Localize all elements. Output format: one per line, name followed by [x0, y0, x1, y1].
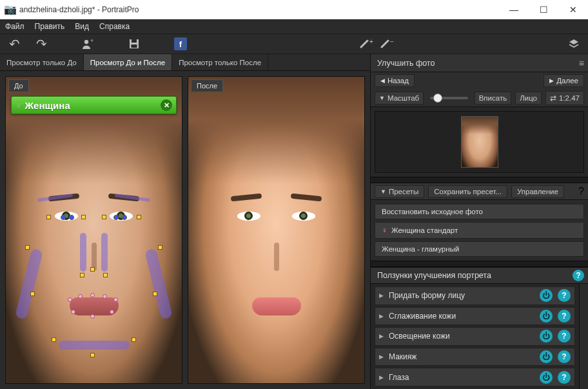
minimize-button[interactable]: —	[499, 0, 529, 19]
swap-icon: ⇄	[550, 94, 556, 103]
toolbar: ↶ ↷ + f + −	[0, 34, 588, 54]
help-icon[interactable]: ?	[558, 310, 571, 323]
gender-tag[interactable]: ♀ Женщина ✕	[11, 96, 177, 114]
zoom-slider-knob[interactable]	[433, 94, 442, 103]
expand-icon[interactable]: ▶	[379, 313, 384, 319]
maximize-button[interactable]: ☐	[529, 0, 558, 19]
slider-makeup[interactable]: ▶ Макияж ⏻ ?	[375, 348, 575, 366]
preset-label: Женщина - гламурный	[382, 245, 459, 253]
tab-before-after[interactable]: Просмотр До и После	[84, 54, 172, 70]
slider-eyes[interactable]: ▶ Глаза ⏻ ?	[375, 368, 575, 386]
layers-button[interactable]	[566, 36, 582, 52]
brush-add-button[interactable]: +	[359, 36, 375, 52]
slider-skin-smoothing[interactable]: ▶ Сглаживание кожи ⏻ ?	[375, 307, 575, 326]
redo-button[interactable]: ↷	[34, 36, 49, 52]
back-label: Назад	[387, 77, 409, 85]
female-icon: ♀	[15, 100, 23, 110]
preset-female-glamour[interactable]: Женщина - гламурный	[375, 241, 584, 257]
expand-icon[interactable]: ▶	[379, 374, 384, 381]
slider-label: Глаза	[389, 373, 534, 382]
sliders-section-header: Ползунки улучшения портрета ?	[371, 267, 588, 284]
back-button[interactable]: ◀ Назад	[375, 74, 415, 87]
preset-list: Восстановить исходное фото ♀ Женщина ста…	[371, 200, 588, 261]
gender-tag-close[interactable]: ✕	[161, 99, 172, 111]
menu-file[interactable]: Файл	[5, 22, 24, 31]
help-icon[interactable]: ?	[558, 350, 571, 363]
separator	[371, 261, 588, 267]
brush-remove-button[interactable]: −	[380, 36, 395, 52]
separator	[371, 177, 588, 183]
power-toggle[interactable]: ⏻	[540, 310, 553, 323]
zoom-row: ▼ Масштаб Вписать Лицо ⇄ 1:2.47	[371, 89, 588, 107]
presets-dropdown[interactable]: ▼ Пресеты	[375, 185, 424, 198]
tri-left-icon: ◀	[380, 77, 385, 84]
zoom-face-button[interactable]: Лицо	[515, 92, 542, 105]
svg-point-0	[84, 40, 88, 44]
slider-label: Придать форму лицу	[389, 291, 534, 300]
before-pane[interactable]: До ♀ Женщина ✕	[5, 76, 182, 384]
expand-icon[interactable]: ▶	[379, 354, 384, 360]
menu-edit[interactable]: Править	[35, 22, 65, 31]
tab-after-only[interactable]: Просмотр только После	[172, 54, 268, 70]
zoom-label: Масштаб	[387, 94, 419, 102]
save-button[interactable]	[126, 36, 142, 52]
face-thumbnail[interactable]	[461, 116, 498, 168]
slider-label: Сглаживание кожи	[389, 312, 534, 321]
controls-column: Улучшить фото ≡ ◀ Назад ▶ Далее ▼ Масшта…	[370, 54, 588, 389]
manage-presets-button[interactable]: Управление	[511, 185, 564, 198]
menu-view[interactable]: Вид	[75, 22, 89, 31]
add-person-button[interactable]: +	[80, 36, 95, 52]
power-toggle[interactable]: ⏻	[540, 350, 553, 363]
facebook-button[interactable]: f	[173, 36, 188, 52]
gender-tag-label: Женщина	[25, 100, 161, 111]
scrollbar[interactable]	[579, 284, 588, 389]
presets-help-icon[interactable]: ?	[578, 186, 584, 197]
sliders-help-icon[interactable]: ?	[573, 270, 584, 281]
preset-label: Женщина стандарт	[391, 226, 458, 234]
after-pane[interactable]: После	[188, 76, 365, 384]
titlebar: 📷 andzhelina-dzholi.jpg* - PortraitPro —…	[0, 0, 588, 19]
zoom-dropdown[interactable]: ▼ Масштаб	[375, 92, 424, 105]
preset-female-standard[interactable]: ♀ Женщина стандарт	[375, 222, 584, 239]
zoom-ratio[interactable]: ⇄ 1:2.47	[545, 91, 584, 105]
next-button[interactable]: ▶ Далее	[544, 74, 584, 87]
menubar: Файл Править Вид Справка	[0, 19, 588, 34]
save-preset-button[interactable]: Сохранить пресет...	[428, 185, 507, 198]
undo-button[interactable]: ↶	[6, 36, 22, 52]
app-icon: 📷	[5, 5, 15, 15]
help-icon[interactable]: ?	[558, 330, 571, 343]
face-landmark-overlay[interactable]	[6, 77, 182, 383]
nav-row: ◀ Назад ▶ Далее	[371, 72, 588, 89]
zoom-ratio-value: 1:2.47	[559, 94, 580, 102]
power-toggle[interactable]: ⏻	[540, 289, 553, 302]
tri-right-icon: ▶	[549, 77, 554, 84]
presets-label: Пресеты	[389, 188, 418, 195]
presets-header: ▼ Пресеты Сохранить пресет... Управление…	[371, 183, 588, 200]
tab-before-only[interactable]: Просмотр только До	[0, 54, 84, 70]
menu-help[interactable]: Справка	[99, 22, 130, 31]
expand-icon[interactable]: ▶	[379, 292, 384, 299]
main-area: Просмотр только До Просмотр До и После П…	[0, 54, 588, 389]
svg-text:+: +	[369, 38, 373, 45]
sliders-section-title: Ползунки улучшения портрета	[377, 271, 491, 280]
tri-down-icon: ▼	[380, 188, 386, 195]
power-toggle[interactable]: ⏻	[540, 371, 553, 384]
slider-face-shape[interactable]: ▶ Придать форму лицу ⏻ ?	[375, 286, 575, 305]
close-button[interactable]: ✕	[558, 0, 588, 19]
zoom-fit-button[interactable]: Вписать	[475, 92, 511, 105]
canvas-area: До ♀ Женщина ✕	[0, 71, 370, 389]
window-controls: — ☐ ✕	[499, 0, 588, 19]
svg-rect-4	[132, 45, 137, 48]
slider-skin-lighting[interactable]: ▶ Освещение кожи ⏻ ?	[375, 327, 575, 346]
help-icon[interactable]: ?	[558, 289, 571, 302]
face-thumbnail-strip[interactable]	[375, 111, 584, 173]
zoom-slider[interactable]	[430, 97, 468, 99]
preset-restore-original[interactable]: Восстановить исходное фото	[375, 204, 584, 219]
expand-icon[interactable]: ▶	[379, 333, 384, 339]
panel-menu-icon[interactable]: ≡	[579, 58, 584, 68]
slider-label: Макияж	[389, 352, 534, 361]
view-tabs: Просмотр только До Просмотр До и После П…	[0, 54, 370, 71]
help-icon[interactable]: ?	[558, 371, 571, 384]
power-toggle[interactable]: ⏻	[540, 330, 553, 343]
enhance-panel-title: Улучшить фото	[377, 59, 435, 68]
